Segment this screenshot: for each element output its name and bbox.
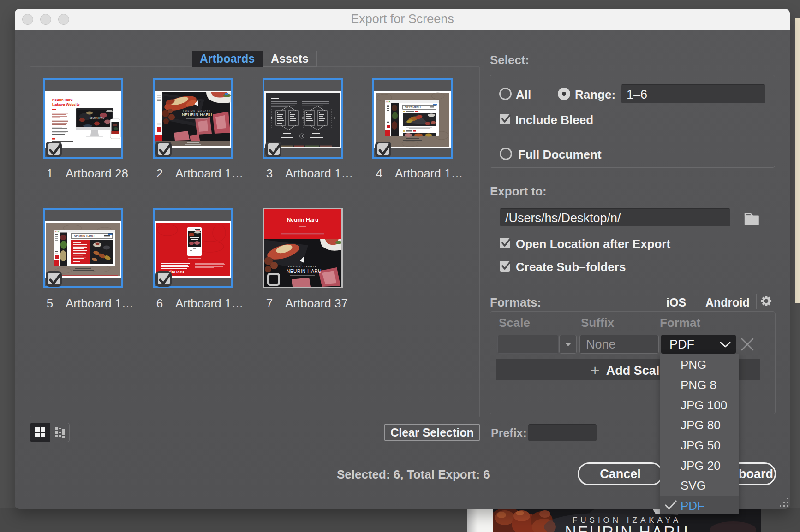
svg-text:NEURIN HARU: NEURIN HARU bbox=[182, 112, 212, 117]
svg-text:NEURIN HARU: NEURIN HARU bbox=[565, 523, 689, 532]
svg-text:Neurin Haru: Neurin Haru bbox=[52, 98, 73, 102]
svg-text:NEURIN HARU: NEURIN HARU bbox=[287, 269, 322, 274]
svg-text:BEST MENU: BEST MENU bbox=[405, 106, 421, 109]
svg-text:Neurin Haru: Neurin Haru bbox=[287, 217, 319, 223]
svg-text:FUSION IZAKAYA: FUSION IZAKAYA bbox=[183, 110, 211, 112]
svg-text:FUSION IZAKAYA: FUSION IZAKAYA bbox=[288, 265, 317, 268]
svg-text:NEURIN HARU: NEURIN HARU bbox=[90, 117, 104, 119]
svg-text:NEURIN HARU: NEURIN HARU bbox=[74, 235, 95, 238]
svg-text:Izakaya Website: Izakaya Website bbox=[52, 102, 80, 106]
